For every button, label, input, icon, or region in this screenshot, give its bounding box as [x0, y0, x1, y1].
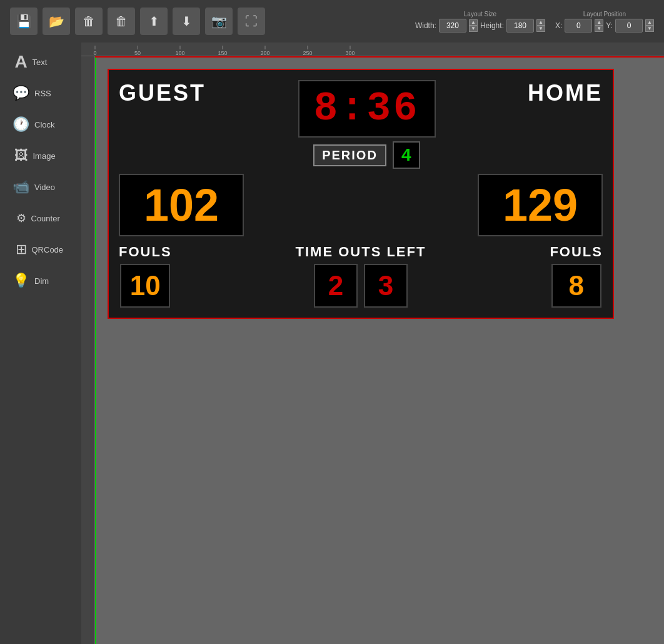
sidebar: A Text 💬 RSS 🕐 Clock 🖼 Image 📹 Video ⚙ C…: [0, 43, 81, 644]
green-line: [95, 56, 96, 644]
timeouts-row: 2 3: [314, 264, 408, 308]
clock-icon: 🕐: [13, 116, 29, 133]
period-row: PERIOD 4: [313, 141, 420, 169]
timeout1-box: 2: [314, 264, 358, 308]
scoreboard: GUEST 8:36 PERIOD 4 HOME 102: [108, 69, 614, 319]
sidebar-text-label: Text: [33, 58, 67, 67]
red-line-horizontal: [95, 56, 664, 58]
sidebar-rss-label: RSS: [34, 89, 69, 98]
save-button[interactable]: 💾: [10, 8, 38, 35]
width-input[interactable]: [439, 19, 466, 33]
height-spinner[interactable]: ▲▼: [536, 19, 545, 32]
guest-fouls-box: 10: [120, 264, 170, 308]
width-label: Width:: [415, 21, 436, 30]
sidebar-clock-label: Clock: [34, 120, 69, 129]
sidebar-item-counter[interactable]: ⚙ Counter: [6, 204, 75, 233]
width-spinner[interactable]: ▲▼: [469, 19, 478, 32]
guest-score-box: 102: [119, 174, 244, 236]
sidebar-item-rss[interactable]: 💬 RSS: [6, 79, 75, 108]
clock-display: 8:36: [298, 80, 436, 138]
sidebar-item-video[interactable]: 📹 Video: [6, 173, 75, 201]
y-input[interactable]: [615, 19, 643, 33]
image-icon: 🖼: [14, 148, 28, 164]
main-layout: A Text 💬 RSS 🕐 Clock 🖼 Image 📹 Video ⚙ C…: [0, 43, 664, 644]
guest-fouls-label: FOULS: [119, 244, 172, 260]
counter-icon: ⚙: [16, 211, 26, 225]
guest-score: 102: [144, 179, 219, 231]
home-fouls-box: 8: [551, 264, 601, 308]
dim-icon: 💡: [13, 273, 29, 289]
height-label: Height:: [480, 21, 504, 30]
sidebar-item-text[interactable]: A Text: [6, 48, 75, 76]
timeouts-label: TIME OUTS LEFT: [296, 244, 426, 260]
download-button[interactable]: ⬇: [173, 8, 200, 35]
eraser-button[interactable]: 🗑: [75, 8, 103, 35]
sidebar-item-dim[interactable]: 💡 Dim: [6, 266, 75, 295]
timeout2-box: 3: [364, 264, 408, 308]
timeout1-value: 2: [328, 270, 343, 301]
open-button[interactable]: 📂: [43, 8, 70, 35]
canvas-board: GUEST 8:36 PERIOD 4 HOME 102: [95, 56, 664, 644]
layout-size-label: Layout Size: [464, 11, 496, 18]
layout-position-label: Layout Position: [583, 11, 626, 18]
ruler-vertical: [81, 56, 95, 644]
ruler-horizontal: 0 50 100 150 200 250 300: [81, 43, 664, 56]
rss-icon: 💬: [13, 85, 29, 101]
sidebar-item-clock[interactable]: 🕐 Clock: [6, 110, 75, 139]
video-icon: 📹: [13, 179, 29, 195]
timeout2-value: 3: [378, 270, 393, 301]
home-fouls-section: FOULS 8: [550, 244, 603, 308]
guest-fouls-section: FOULS 10: [119, 244, 172, 308]
home-fouls-value: 8: [568, 270, 583, 301]
sidebar-qrcode-label: QRCode: [32, 245, 66, 254]
y-label: Y:: [606, 21, 613, 30]
toolbar: 💾 📂 🗑 🗑 ⬆ ⬇ 📷 ⛶ Layout Size Width: ▲▼ He…: [0, 0, 664, 43]
y-spinner[interactable]: ▲▼: [645, 19, 654, 32]
text-icon: A: [14, 52, 27, 72]
layout-size-group: Layout Size Width: ▲▼ Height: ▲▼: [415, 11, 545, 33]
score-row: 102 129: [119, 174, 603, 236]
clock-area: 8:36 PERIOD 4: [298, 80, 436, 169]
home-fouls-label: FOULS: [550, 244, 603, 260]
guest-fouls-value: 10: [130, 270, 161, 301]
sidebar-item-image[interactable]: 🖼 Image: [6, 141, 75, 170]
home-score-box: 129: [478, 174, 603, 236]
home-label: HOME: [528, 80, 603, 106]
x-label: X:: [555, 21, 562, 30]
guest-label: GUEST: [119, 80, 206, 106]
home-score: 129: [503, 179, 578, 231]
height-input[interactable]: [506, 19, 534, 33]
delete-button[interactable]: 🗑: [108, 8, 135, 35]
expand-button[interactable]: ⛶: [238, 8, 265, 35]
period-label: PERIOD: [313, 144, 386, 166]
period-value: 4: [393, 141, 420, 169]
sidebar-video-label: Video: [34, 183, 69, 192]
layout-position-group: Layout Position X: ▲▼ Y: ▲▼: [555, 11, 654, 33]
sidebar-dim-label: Dim: [34, 276, 69, 286]
camera-button[interactable]: 📷: [205, 8, 233, 35]
x-input[interactable]: [565, 19, 592, 33]
editor-area: 0 50 100 150 200 250 300 GUEST: [81, 43, 664, 644]
qrcode-icon: ⊞: [16, 241, 27, 258]
bottom-section: FOULS 10 TIME OUTS LEFT 2: [119, 244, 603, 308]
timeouts-section: TIME OUTS LEFT 2 3: [296, 244, 426, 308]
sidebar-item-qrcode[interactable]: ⊞ QRCode: [6, 235, 75, 264]
sidebar-counter-label: Counter: [31, 214, 66, 223]
x-spinner[interactable]: ▲▼: [595, 19, 603, 32]
sidebar-image-label: Image: [33, 151, 68, 161]
upload-button[interactable]: ⬆: [140, 8, 168, 35]
